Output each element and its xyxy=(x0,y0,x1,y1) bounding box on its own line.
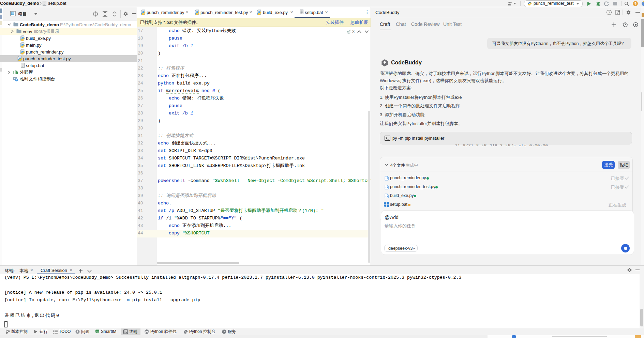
svg-text:?: ? xyxy=(608,11,610,14)
